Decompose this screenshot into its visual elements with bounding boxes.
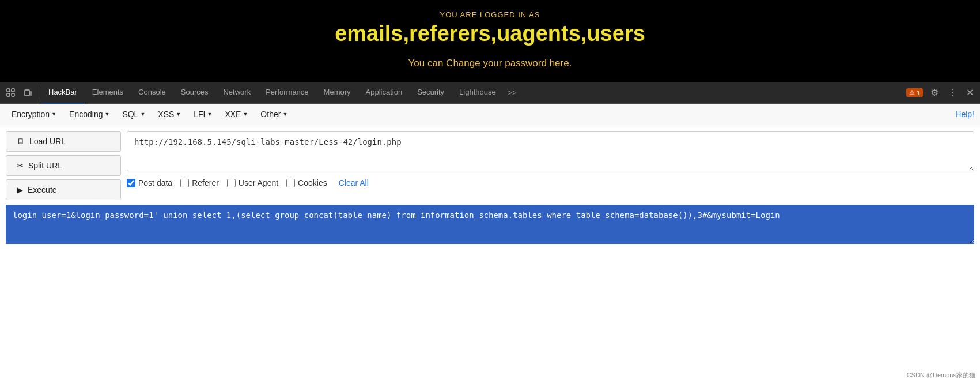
badge-count: 1 [917,89,920,96]
tab-lighthouse[interactable]: Lighthouse [452,82,504,104]
execute-icon: ▶ [17,185,23,194]
hackbar-checkboxes: Post data Referer User Agent Cookies Cle… [127,176,974,190]
tab-console[interactable]: Console [131,82,173,104]
other-dropdown[interactable]: Other [255,107,293,121]
tab-hackbar[interactable]: HackBar [41,82,85,104]
useragent-label: User Agent [239,178,278,187]
tab-application[interactable]: Application [358,82,410,104]
svg-rect-5 [30,92,32,95]
referer-checkbox[interactable] [180,179,189,187]
useragent-checkbox-label[interactable]: User Agent [227,178,278,187]
tab-performance[interactable]: Performance [258,82,316,104]
logged-in-user: emails,referers,uagents,users [0,21,980,46]
encryption-dropdown[interactable]: Encryption [6,107,62,121]
post-data-input[interactable] [6,205,974,244]
help-link[interactable]: Help! [955,110,974,119]
post-data-checkbox[interactable] [127,179,135,187]
load-url-icon: 🖥 [17,137,25,146]
post-data-checkbox-label[interactable]: Post data [127,178,172,187]
split-url-button[interactable]: ✂ Split URL [6,155,121,176]
warning-icon: ⚠ [909,89,915,96]
logged-in-label: YOU ARE LOGGED IN AS [0,10,980,19]
warning-badge: ⚠ 1 [906,88,923,97]
tab-sources[interactable]: Sources [173,82,216,104]
svg-rect-3 [12,93,14,96]
referer-label: Referer [192,178,219,187]
more-options-btn[interactable]: ⋮ [944,85,961,100]
tab-elements[interactable]: Elements [85,82,131,104]
cookies-checkbox-label[interactable]: Cookies [286,178,327,187]
lfi-dropdown[interactable]: LFI [188,107,218,121]
load-url-button[interactable]: 🖥 Load URL [6,131,121,152]
xxe-dropdown[interactable]: XXE [219,107,253,121]
url-input[interactable] [127,131,974,171]
inspect-icon-btn[interactable] [2,86,20,100]
hackbar-main: 🖥 Load URL ✂ Split URL ▶ Execute Post da… [0,125,980,200]
tab-security[interactable]: Security [410,82,452,104]
split-url-icon: ✂ [17,161,24,170]
top-section: YOU ARE LOGGED IN AS emails,referers,uag… [0,0,980,82]
devtools-bar: HackBar Elements Console Sources Network… [0,82,980,104]
tab-network[interactable]: Network [215,82,258,104]
cookies-label: Cookies [298,178,327,187]
hackbar-post-area [0,200,980,251]
close-devtools-btn[interactable]: ✕ [962,85,978,100]
devtools-right-actions: ⚠ 1 ⚙ ⋮ ✕ [906,85,978,100]
cookies-checkbox[interactable] [286,179,295,187]
useragent-checkbox[interactable] [227,179,236,187]
svg-rect-0 [7,89,10,92]
hackbar-action-buttons: 🖥 Load URL ✂ Split URL ▶ Execute [6,131,121,200]
device-icon-btn[interactable] [20,86,37,100]
execute-button[interactable]: ▶ Execute [6,179,121,200]
tab-memory[interactable]: Memory [316,82,358,104]
sql-dropdown[interactable]: SQL [116,107,151,121]
change-password-link[interactable]: You can Change your password here. [0,58,980,69]
toolbar-divider [39,87,39,99]
encoding-dropdown[interactable]: Encoding [63,107,115,121]
svg-rect-4 [25,90,29,96]
hackbar-toolbar: Encryption Encoding SQL XSS LFI XXE Othe… [0,104,980,125]
hackbar-url-area: Post data Referer User Agent Cookies Cle… [127,131,974,200]
xss-dropdown[interactable]: XSS [152,107,187,121]
clear-all-button[interactable]: Clear All [339,178,369,187]
post-data-label: Post data [138,178,172,187]
svg-rect-2 [7,93,10,96]
referer-checkbox-label[interactable]: Referer [180,178,219,187]
settings-gear-btn[interactable]: ⚙ [926,85,943,100]
svg-rect-1 [12,89,14,92]
more-tabs-btn[interactable]: >> [504,82,521,104]
